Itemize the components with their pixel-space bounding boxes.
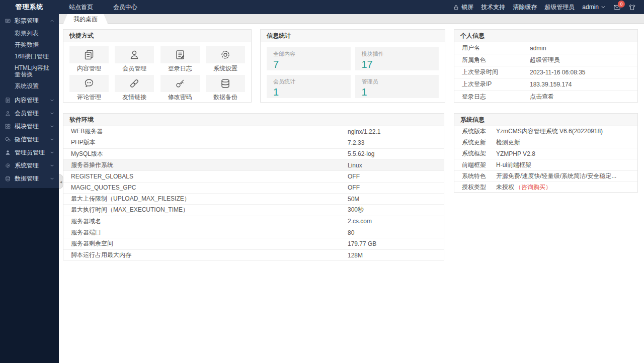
topbar-menu: 站点首页会员中心 — [59, 0, 147, 14]
panel-title: 软件环境 — [63, 114, 444, 126]
profile-row: 所属角色 超级管理员 — [454, 54, 637, 66]
shirt-icon — [628, 4, 636, 11]
sidebar-subitem[interactable]: 系统设置 — [0, 80, 59, 92]
row-label: 上次登录时间 — [462, 68, 530, 76]
shortcut-item[interactable]: 评论管理 — [69, 75, 109, 101]
profile-row: 用户名 admin — [454, 42, 637, 54]
software-row: WEB服务器 nginx/1.22.1 — [63, 126, 444, 137]
chevron-down-icon — [50, 163, 54, 168]
software-row: 脚本运行占用最大内存 128M — [63, 250, 444, 261]
row-label: 服务器端口 — [71, 228, 348, 237]
lock-icon — [453, 4, 459, 11]
stat-value: 17 — [362, 59, 433, 70]
clear-cache-button[interactable]: 清除缓存 — [513, 3, 537, 12]
software-env-panel: 软件环境 WEB服务器 nginx/1.22.1 PHP版本 7.2.33 My… — [63, 113, 444, 260]
messages-button[interactable]: 0 — [613, 4, 621, 11]
shortcut-item[interactable]: 登录日志 — [160, 46, 200, 72]
row-value: nginx/1.22.1 — [348, 128, 436, 135]
row-label: MAGIC_QUOTES_GPC — [71, 184, 348, 191]
row-label: 所属角色 — [462, 56, 530, 64]
tech-support-link[interactable]: 技术支持 — [481, 3, 505, 12]
row-value[interactable]: 点击查看 — [530, 93, 630, 101]
topbar-menu-item[interactable]: 站点首页 — [59, 0, 103, 14]
software-row: 服务器剩余空间 179.77 GB — [63, 238, 444, 249]
row-label: MySQL版本 — [71, 150, 348, 158]
row-value: 开源免费/速度快/轻量级/系统简洁/安全稳定... — [496, 172, 630, 180]
sidebar-section-label: 微信管理 — [15, 135, 39, 144]
system-rows: 系统版本 YzmCMS内容管理系统 V6.6(20220918) 系统更新 检测… — [454, 126, 637, 193]
panel-title: 信息统计 — [261, 30, 445, 42]
sidebar-menu: 彩票管理 彩票列表开奖数据168接口管理HTML内容批量替换系统设置 内容管理 … — [0, 14, 59, 188]
sidebar-subitem[interactable]: 168接口管理 — [0, 51, 59, 62]
row-label: PHP版本 — [71, 138, 348, 147]
row-value: 5.5.62-log — [348, 150, 436, 157]
sidebar-section[interactable]: 系统管理 — [0, 159, 59, 172]
tabbar: 我的桌面 — [59, 14, 644, 24]
theme-skin-button[interactable] — [628, 4, 636, 11]
shortcut-item[interactable]: 内容管理 — [69, 46, 109, 72]
stat-card: 会员统计 1 — [267, 75, 351, 98]
member-icon — [5, 110, 11, 117]
shortcut-item[interactable]: 系统设置 — [206, 46, 245, 72]
module-icon — [5, 123, 11, 130]
sidebar-subitem[interactable]: 开奖数据 — [0, 39, 59, 51]
system-icon — [5, 162, 11, 169]
lock-screen-button[interactable]: 锁屏 — [453, 3, 473, 12]
sidebar-section[interactable]: 内容管理 — [0, 94, 59, 107]
shortcut-item[interactable]: 修改密码 — [160, 75, 200, 101]
software-row: MySQL版本 5.5.62-log — [63, 149, 444, 160]
row-value: 50M — [348, 196, 436, 203]
row-label: 系统版本 — [462, 127, 496, 136]
sidebar-section[interactable]: 微信管理 — [0, 133, 59, 146]
row-value: 超级管理员 — [530, 56, 630, 64]
shortcuts-grid: 内容管理 会员管理 登录日志 系统设置 评论管理 — [63, 42, 251, 101]
gear-icon — [219, 49, 231, 61]
stat-label: 管理员 — [362, 78, 433, 85]
sidebar-section-label: 模块管理 — [15, 122, 39, 131]
sidebar-section-label: 会员管理 — [15, 109, 39, 118]
sidebar-sections: 内容管理 会员管理 模块管理 微信管理 — [0, 94, 59, 185]
shortcut-item[interactable]: 友情链接 — [115, 75, 154, 101]
content-icon — [5, 97, 11, 104]
system-row: 前端框架 H-ui前端框架 — [454, 159, 637, 170]
sidebar-section[interactable]: 管理员管理 — [0, 146, 59, 159]
row-value: OFF — [348, 184, 436, 191]
buy-license-link: （咨询购买） — [515, 184, 551, 191]
row-label: 服务器操作系统 — [71, 161, 348, 169]
row-label: 用户名 — [462, 44, 530, 52]
message-count-badge: 0 — [618, 1, 625, 8]
row-value: 183.39.159.174 — [530, 81, 630, 88]
wechat-icon — [5, 136, 11, 143]
shortcut-item[interactable]: 数据备份 — [206, 75, 245, 101]
stat-value: 1 — [273, 86, 344, 98]
log-icon — [174, 49, 186, 61]
row-value: 179.77 GB — [348, 240, 436, 247]
stat-value: 1 — [362, 86, 433, 98]
tab-my-desktop[interactable]: 我的桌面 — [63, 14, 108, 24]
ticket-icon — [5, 18, 11, 24]
sidebar-section-label: 彩票管理 — [15, 17, 39, 25]
role-label: 超级管理员 — [544, 3, 575, 12]
sidebar-section-label: 管理员管理 — [15, 148, 45, 157]
sidebar-collapse-handle[interactable]: ◀ — [59, 174, 63, 189]
panel-title: 系统信息 — [454, 114, 637, 126]
comment-icon — [83, 77, 95, 89]
panel-title: 个人信息 — [454, 30, 637, 42]
sidebar-section[interactable]: 会员管理 — [0, 107, 59, 120]
user-dropdown[interactable]: admin — [582, 4, 606, 11]
shortcut-item[interactable]: 会员管理 — [115, 46, 154, 72]
row-value: admin — [530, 45, 630, 52]
topbar-menu-item[interactable]: 会员中心 — [103, 0, 147, 14]
chevron-down-icon — [50, 124, 54, 129]
sidebar-subitem[interactable]: HTML内容批量替换 — [0, 62, 59, 80]
sidebar-section-label: 内容管理 — [15, 96, 39, 105]
sidebar-section-lottery[interactable]: 彩票管理 — [0, 14, 59, 27]
sidebar-section[interactable]: 数据管理 — [0, 172, 59, 185]
sidebar-subitem[interactable]: 彩票列表 — [0, 28, 59, 39]
sidebar-section[interactable]: 模块管理 — [0, 120, 59, 133]
stats-grid: 全部内容 7 模块插件 17 会员统计 1 管理员 1 — [261, 42, 445, 103]
row-value: 检测更新 — [496, 138, 630, 147]
row-value: 80 — [348, 229, 436, 236]
stat-card: 模块插件 17 — [355, 47, 439, 70]
sidebar: 彩票管理 彩票列表开奖数据168接口管理HTML内容批量替换系统设置 内容管理 … — [0, 14, 59, 363]
